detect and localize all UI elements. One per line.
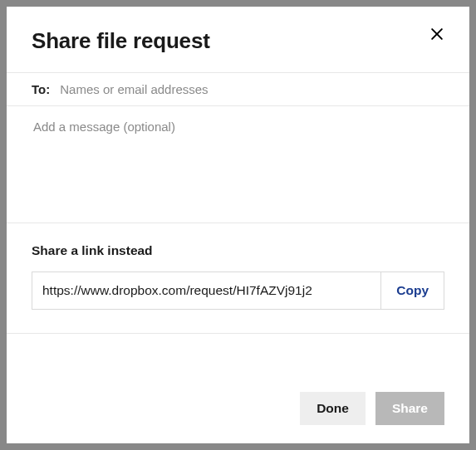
share-button[interactable]: Share bbox=[375, 392, 444, 425]
close-button[interactable] bbox=[426, 25, 448, 46]
to-field-row: To: bbox=[7, 73, 469, 105]
share-link-row: Copy bbox=[32, 271, 444, 310]
close-icon bbox=[429, 26, 445, 46]
recipients-input[interactable] bbox=[58, 81, 444, 97]
to-label: To: bbox=[32, 82, 50, 96]
divider bbox=[7, 333, 469, 334]
message-area bbox=[7, 106, 469, 223]
share-link-heading: Share a link instead bbox=[32, 243, 444, 258]
copy-link-button[interactable]: Copy bbox=[380, 272, 444, 309]
modal-title: Share file request bbox=[32, 28, 444, 54]
modal-header: Share file request bbox=[7, 7, 469, 72]
share-link-section: Share a link instead Copy bbox=[7, 223, 469, 333]
modal-overlay: Share file request To: Share a link inst… bbox=[0, 0, 476, 450]
share-file-request-modal: Share file request To: Share a link inst… bbox=[7, 7, 469, 443]
modal-footer: Done Share bbox=[7, 374, 469, 443]
message-input[interactable] bbox=[32, 118, 444, 214]
share-link-input[interactable] bbox=[32, 272, 380, 309]
done-button[interactable]: Done bbox=[300, 392, 366, 425]
